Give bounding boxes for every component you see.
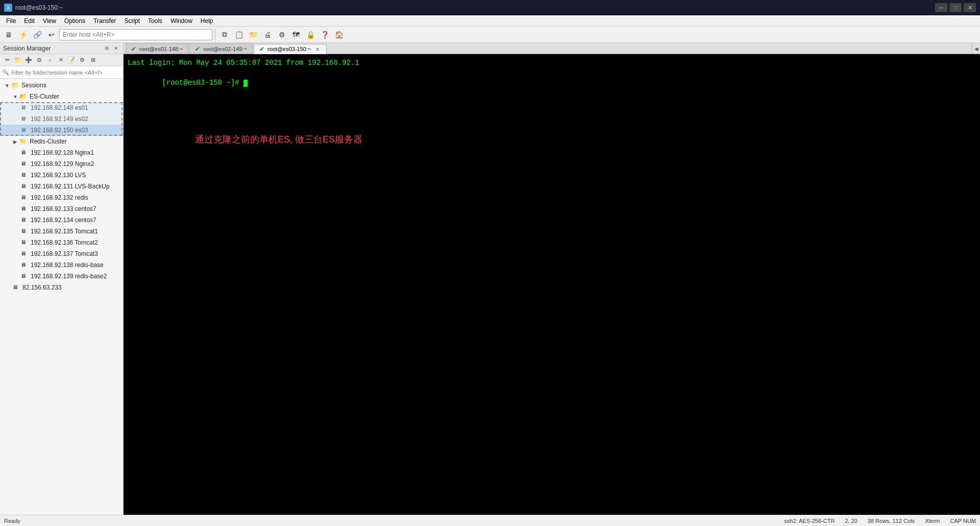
tree-item-nginx1[interactable]: 🖥 192.168.92.128 Nginx1 <box>0 147 123 158</box>
reconnect-button[interactable]: ↩ <box>45 28 58 41</box>
clone-button[interactable]: ⧉ <box>34 55 44 65</box>
terminal-prompt: [root@es03-150 ~]# <box>162 79 243 87</box>
tree-item-es03[interactable]: 🖥 192.168.92.150 es03 <box>0 125 123 136</box>
filter-input[interactable] <box>11 69 121 76</box>
title-bar: X root@es03-150:~ ─ □ ✕ <box>0 0 980 15</box>
tree-item-redis-base[interactable]: 🖥 192.168.92.138 redis-base <box>0 259 123 271</box>
tab-es02[interactable]: ✔ root@es02-149:~ <box>189 43 252 54</box>
terminal-content[interactable]: Last login: Mon May 24 05:35:07 2021 fro… <box>124 54 980 515</box>
help-button[interactable]: ❓ <box>318 28 331 41</box>
paste-button[interactable]: 📋 <box>232 28 246 41</box>
tab-es03[interactable]: ✔ root@es03-150:~ ✕ <box>254 44 327 54</box>
edit-session-button[interactable]: ✏ <box>2 55 12 65</box>
tree-item-redis-base2[interactable]: 🖥 192.168.92.139 redis-base2 <box>0 271 123 282</box>
tree-item-tomcat2[interactable]: 🖥 192.168.92.136 Tomcat2 <box>0 237 123 248</box>
es-cluster-folder-icon: 📂 <box>19 93 28 100</box>
session-icon-redis-base: 🖥 <box>20 261 29 269</box>
session-toolbar: ✏ 📁 ➕ ⧉ ↑ ✕ 📝 ⚙ ⊞ <box>0 54 123 66</box>
properties-button[interactable]: ⚙ <box>275 28 288 41</box>
menu-edit[interactable]: Edit <box>20 16 39 26</box>
print-button[interactable]: 🖨 <box>261 28 274 41</box>
session-label-standalone: 82.156.63.233 <box>22 284 62 291</box>
map-button[interactable]: 🗺 <box>289 28 303 41</box>
panel-settings-button[interactable]: ⚙ <box>103 44 111 53</box>
tree-item-lvs-backup[interactable]: 🖥 192.168.92.131 LVS-BackUp <box>0 181 123 192</box>
move-up-button[interactable]: ↑ <box>45 55 55 65</box>
session-icon-tomcat1: 🖥 <box>20 228 29 235</box>
session-icon-tomcat3: 🖥 <box>20 250 29 257</box>
new-session-tree-button[interactable]: ➕ <box>23 55 34 65</box>
tree-item-nginx2[interactable]: 🖥 192.168.92.129 Nginx2 <box>0 158 123 170</box>
lock-button[interactable]: 🔒 <box>304 28 317 41</box>
tree-item-tomcat1[interactable]: 🖥 192.168.92.135 Tomcat1 <box>0 226 123 237</box>
status-caps: CAP NUM <box>950 518 976 524</box>
tab-label-es01: root@es01-148:~ <box>139 46 183 52</box>
terminal-cursor <box>243 80 248 87</box>
menu-script[interactable]: Script <box>120 16 144 26</box>
session-label-redis-base2: 192.168.92.139 redis-base2 <box>31 273 107 280</box>
close-button[interactable]: ✕ <box>964 3 976 12</box>
logo-button[interactable]: 🏠 <box>332 28 346 41</box>
session-label-tomcat2: 192.168.92.136 Tomcat2 <box>31 239 98 246</box>
status-encryption: ssh2: AES-256-CTR <box>784 518 835 524</box>
tree-sessions-root[interactable]: ▼ 📁 Sessions <box>0 80 123 91</box>
filter-icon: 🔍 <box>2 69 9 76</box>
new-session-button[interactable]: 🖥 <box>2 28 15 41</box>
tree-item-es02[interactable]: 🖥 192.168.92.149 es02 <box>0 113 123 125</box>
connect-button[interactable]: ⚡ <box>16 28 30 41</box>
session-options-button[interactable]: 📁 <box>247 28 260 41</box>
menu-file[interactable]: File <box>2 16 20 26</box>
tree-item-redis[interactable]: 🖥 192.168.92.132 redis <box>0 192 123 203</box>
session-label-es03: 192.168.92.150 es03 <box>31 127 88 134</box>
minimize-button[interactable]: ─ <box>935 3 947 12</box>
tree-item-es01[interactable]: 🖥 192.168.92.148 es01 <box>0 102 123 113</box>
tree-item-tomcat3[interactable]: 🖥 192.168.92.137 Tomcat3 <box>0 248 123 259</box>
address-input[interactable] <box>59 29 212 40</box>
session-icon-es03: 🖥 <box>20 127 29 134</box>
tree-item-centos7-134[interactable]: 🖥 192.168.92.134 centos7 <box>0 214 123 226</box>
tree-item-centos7-133[interactable]: 🖥 192.168.92.133 centos7 <box>0 203 123 214</box>
sessions-folder-icon: 📁 <box>11 82 19 89</box>
menu-window[interactable]: Window <box>166 16 197 26</box>
es-cluster-label: ES-Cluster <box>30 93 59 100</box>
session-label-redis-base: 192.168.92.138 redis-base <box>31 261 104 269</box>
toolbar-separator-1 <box>215 29 215 40</box>
tree-es-cluster-group[interactable]: ▼ 📂 ES-Cluster <box>0 91 123 102</box>
maximize-button[interactable]: □ <box>949 3 962 12</box>
menu-options[interactable]: Options <box>60 16 89 26</box>
terminal-annotation-text: 通过克隆之前的单机ES, 做三台ES服务器 <box>195 133 362 146</box>
app-icon: X <box>4 4 12 12</box>
expand-all-button[interactable]: ⊞ <box>88 55 98 65</box>
title-bar-left: X root@es03-150:~ <box>4 4 63 12</box>
panel-close-button[interactable]: ✕ <box>112 44 120 53</box>
session-label-tomcat3: 192.168.92.137 Tomcat3 <box>31 250 98 257</box>
session-label-es02: 192.168.92.149 es02 <box>31 115 88 123</box>
delete-button[interactable]: ✕ <box>56 55 66 65</box>
rename-button[interactable]: 📝 <box>66 55 77 65</box>
status-dimensions: 38 Rows, 112 Cols <box>868 518 915 524</box>
menu-tools[interactable]: Tools <box>144 16 166 26</box>
session-icon-centos7-133: 🖥 <box>20 205 29 212</box>
tab-label-es02: root@es02-149:~ <box>203 46 247 52</box>
tab-es01[interactable]: ✔ root@es01-148:~ <box>126 43 188 54</box>
disconnect-button[interactable]: 🔗 <box>31 28 44 41</box>
menu-view[interactable]: View <box>39 16 60 26</box>
new-folder-button[interactable]: 📁 <box>13 55 23 65</box>
session-label-tomcat1: 192.168.92.135 Tomcat1 <box>31 228 98 235</box>
session-label-centos7-133: 192.168.92.133 centos7 <box>31 205 96 212</box>
menu-transfer[interactable]: Transfer <box>89 16 120 26</box>
menu-help[interactable]: Help <box>197 16 217 26</box>
window-controls: ─ □ ✕ <box>935 3 976 12</box>
copy-button[interactable]: ⧉ <box>218 28 231 41</box>
tree-redis-cluster-group[interactable]: ▶ 📁 Redis-Cluster <box>0 136 123 147</box>
tree-item-standalone[interactable]: 🖥 82.156.63.233 <box>0 282 123 293</box>
session-filter: 🔍 <box>0 66 123 79</box>
tab-collapse-button[interactable]: ◀ <box>972 43 980 54</box>
tab-close-es03[interactable]: ✕ <box>314 45 321 53</box>
status-right: ssh2: AES-256-CTR 2, 20 38 Rows, 112 Col… <box>784 518 976 524</box>
properties-tree-button[interactable]: ⚙ <box>77 55 87 65</box>
redis-cluster-expand-icon: ▶ <box>12 138 18 145</box>
tree-item-lvs[interactable]: 🖥 192.168.92.130 LVS <box>0 170 123 181</box>
session-icon-es01: 🖥 <box>20 104 29 111</box>
tab-label-es03: root@es03-150:~ <box>267 46 311 52</box>
